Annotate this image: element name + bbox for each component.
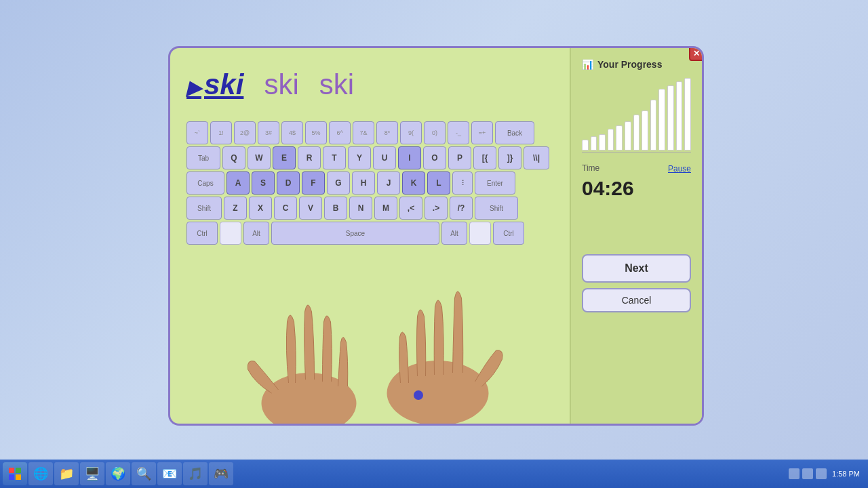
- key-space[interactable]: Space: [271, 222, 439, 245]
- taskbar-right: 1:58 PM: [789, 468, 865, 479]
- key-5[interactable]: 5%: [305, 121, 327, 144]
- pause-button[interactable]: Pause: [668, 164, 691, 174]
- key-period[interactable]: .>: [425, 197, 448, 220]
- key-r[interactable]: R: [298, 146, 321, 169]
- chart-bar-7: [642, 110, 648, 150]
- taskbar-sys-icon-2: [802, 468, 813, 479]
- chart-bar-9: [658, 89, 665, 150]
- key-8[interactable]: 8*: [376, 121, 398, 144]
- key-7[interactable]: 7&: [353, 121, 374, 144]
- taskbar-item-8[interactable]: 🎮: [209, 462, 233, 485]
- word-current: ski: [186, 68, 243, 101]
- cancel-button[interactable]: Cancel: [582, 288, 691, 312]
- key-shift-left[interactable]: Shift: [186, 197, 222, 220]
- asdf-row: Caps A S D F G H J K L ⋮ ' Enter: [186, 171, 553, 195]
- key-3[interactable]: 3#: [258, 121, 279, 144]
- key-alt-right[interactable]: Alt: [441, 222, 467, 245]
- word-next2: ski: [319, 68, 354, 101]
- keyboard: ~` 1! 2@ 3# 4$ 5% 6^ 7& 8* 9( 0) -_ =+ B…: [186, 121, 553, 245]
- key-capslock[interactable]: Caps: [186, 171, 224, 195]
- key-d[interactable]: D: [277, 171, 300, 195]
- key-m[interactable]: M: [374, 197, 397, 220]
- chart-bar-2: [599, 134, 606, 150]
- key-q[interactable]: Q: [222, 146, 245, 169]
- taskbar-item-2[interactable]: 📁: [54, 462, 79, 485]
- key-minus[interactable]: -_: [448, 121, 469, 144]
- taskbar-item-4[interactable]: 🌍: [106, 462, 130, 485]
- key-c[interactable]: C: [274, 197, 297, 220]
- key-tilde[interactable]: ~`: [186, 121, 208, 144]
- key-g[interactable]: G: [327, 171, 350, 195]
- taskbar-sys-icon-3: [816, 468, 827, 479]
- next-button[interactable]: Next: [582, 254, 691, 283]
- key-y[interactable]: Y: [348, 146, 371, 169]
- svg-rect-4: [9, 474, 14, 480]
- key-n[interactable]: N: [349, 197, 372, 220]
- key-v[interactable]: V: [299, 197, 322, 220]
- bottom-row: Ctrl Alt Space Alt Ctrl: [186, 222, 553, 245]
- taskbar-item-3[interactable]: 🖥️: [80, 462, 104, 485]
- key-2[interactable]: 2@: [234, 121, 256, 144]
- key-w[interactable]: W: [248, 146, 271, 169]
- key-f[interactable]: F: [302, 171, 325, 195]
- key-semicolon[interactable]: ⋮: [452, 171, 473, 195]
- key-backslash[interactable]: \\|: [524, 146, 549, 169]
- key-tab[interactable]: Tab: [186, 146, 220, 169]
- key-fn2[interactable]: [469, 222, 491, 245]
- key-p[interactable]: P: [448, 146, 471, 169]
- key-fn[interactable]: [220, 222, 241, 245]
- key-enter[interactable]: Enter: [475, 171, 515, 195]
- key-ctrl-left[interactable]: Ctrl: [186, 222, 218, 245]
- key-e[interactable]: E: [273, 146, 296, 169]
- chart-bar-4: [616, 125, 623, 150]
- key-equals[interactable]: =+: [471, 121, 493, 144]
- start-button[interactable]: [3, 462, 27, 485]
- key-0[interactable]: 0): [424, 121, 446, 144]
- key-4[interactable]: 4$: [281, 121, 303, 144]
- key-z[interactable]: Z: [224, 197, 247, 220]
- key-comma[interactable]: ,<: [399, 197, 422, 220]
- key-h[interactable]: H: [352, 171, 375, 195]
- key-1[interactable]: 1!: [210, 121, 232, 144]
- cursor-dot: [414, 390, 423, 400]
- taskbar-item-6[interactable]: 📧: [157, 462, 182, 485]
- taskbar-sys-icon-1: [789, 468, 800, 479]
- progress-title: 📊 Your Progress: [582, 59, 691, 70]
- key-bracket-close[interactable]: ]}: [498, 146, 521, 169]
- key-a[interactable]: A: [226, 171, 250, 195]
- key-backspace[interactable]: Back: [495, 121, 534, 144]
- key-s[interactable]: S: [252, 171, 275, 195]
- time-row: Time Pause: [582, 163, 691, 174]
- taskbar-item-5[interactable]: 🔍: [132, 462, 156, 485]
- zxcv-row: Shift Z X C V B N M ,< .> /? Shift: [186, 197, 553, 220]
- chart-bar-6: [633, 115, 640, 151]
- chart-bar-11: [676, 81, 683, 150]
- key-x[interactable]: X: [249, 197, 272, 220]
- key-shift-right[interactable]: Shift: [475, 197, 518, 220]
- key-6[interactable]: 6^: [329, 121, 351, 144]
- key-t[interactable]: T: [323, 146, 346, 169]
- key-b[interactable]: B: [324, 197, 347, 220]
- close-button[interactable]: ✕: [689, 46, 704, 61]
- progress-icon: 📊: [582, 59, 593, 70]
- key-j[interactable]: J: [377, 171, 400, 195]
- left-panel: ski ski ski ~` 1! 2@ 3# 4$ 5% 6^: [170, 48, 570, 424]
- key-ctrl-right[interactable]: Ctrl: [493, 222, 524, 245]
- key-i[interactable]: I: [398, 146, 421, 169]
- taskbar-item-7[interactable]: 🎵: [183, 462, 208, 485]
- key-o[interactable]: O: [423, 146, 446, 169]
- key-k[interactable]: K: [402, 171, 425, 195]
- right-panel: ✕ 📊 Your Progress Time Pause 04:26 Next …: [570, 48, 702, 424]
- svg-rect-5: [16, 474, 21, 480]
- key-u[interactable]: U: [373, 146, 396, 169]
- key-bracket-open[interactable]: [{: [473, 146, 496, 169]
- svg-rect-2: [9, 468, 14, 473]
- key-l[interactable]: L: [427, 171, 450, 195]
- taskbar-item-1[interactable]: 🌐: [28, 462, 53, 485]
- chart-bar-0: [582, 140, 589, 150]
- chart-bar-5: [625, 121, 631, 150]
- key-9[interactable]: 9(: [400, 121, 422, 144]
- key-slash[interactable]: /?: [450, 197, 473, 220]
- key-alt-left[interactable]: Alt: [243, 222, 269, 245]
- desktop: ski ski ski ~` 1! 2@ 3# 4$ 5% 6^: [0, 0, 868, 488]
